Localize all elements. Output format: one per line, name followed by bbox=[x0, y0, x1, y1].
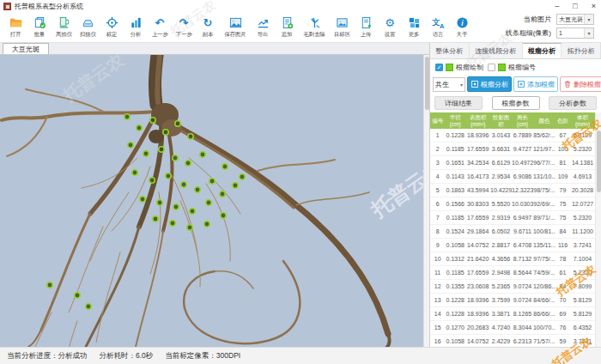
line-width-select[interactable]: 1 ▾ bbox=[556, 27, 594, 39]
toolbar-button-undo[interactable]: ↶上一步 bbox=[148, 15, 172, 39]
table-row[interactable]: 90.105814.07522.88176.4708135/11...1163.… bbox=[430, 239, 601, 252]
delete-nodule-button[interactable]: 删除根瘤 bbox=[560, 76, 601, 92]
table-scrollbar[interactable] bbox=[595, 112, 601, 347]
nodule-marker[interactable] bbox=[153, 216, 158, 221]
nodule-marker[interactable] bbox=[206, 200, 211, 205]
image-scrollbar[interactable] bbox=[423, 55, 429, 347]
toolbar-button-language[interactable]: 文A语言 bbox=[426, 15, 450, 39]
tab-根瘤分析[interactable]: 根瘤分析 bbox=[523, 43, 562, 58]
nodule-marker[interactable] bbox=[132, 170, 137, 175]
checkbox-unchecked-icon[interactable] bbox=[488, 64, 495, 71]
tab-拓扑分析[interactable]: 拓扑分析 bbox=[562, 43, 601, 58]
toolbar-button-doc-camera[interactable]: 高拍仪 bbox=[52, 15, 76, 39]
nodule-marker[interactable] bbox=[222, 164, 228, 169]
nodule-marker[interactable] bbox=[86, 304, 91, 309]
nodule-marker[interactable] bbox=[209, 179, 215, 184]
current-image-select[interactable]: 大豆光斑 ▾ bbox=[556, 14, 594, 25]
maximize-button[interactable]: □ bbox=[573, 2, 577, 10]
table-cell: 0.1185 bbox=[445, 270, 465, 276]
nodule-marker[interactable] bbox=[128, 143, 133, 148]
nodule-marker[interactable] bbox=[159, 147, 164, 152]
checkbox-根瘤编号[interactable]: 根瘤编号 bbox=[488, 63, 536, 72]
table-row[interactable]: 130.122818.93963.75999.072484/66/...705.… bbox=[430, 294, 601, 307]
table-row[interactable]: 40.114316.41732.95346.9086131/10...1094.… bbox=[430, 170, 601, 184]
close-button[interactable]: × bbox=[592, 2, 596, 10]
nodule-marker[interactable] bbox=[200, 152, 205, 157]
table-row[interactable]: 140.122818.93963.38718.126586/66/...695.… bbox=[430, 307, 601, 321]
button-根瘤参数[interactable]: 根瘤参数 bbox=[492, 96, 540, 110]
table-row[interactable]: 30.165134.25346.612910.497296/77/...8114… bbox=[430, 156, 601, 170]
nodule-marker[interactable] bbox=[149, 178, 155, 183]
toolbar-button-export[interactable]: 导出 bbox=[251, 15, 275, 39]
table-row[interactable]: 160.105814.07522.42296.231371/57/...593.… bbox=[430, 335, 601, 347]
nodule-marker[interactable] bbox=[175, 121, 180, 126]
button-详细结果[interactable]: 详细结果 bbox=[434, 96, 483, 110]
nodule-marker[interactable] bbox=[150, 118, 155, 123]
nodule-marker[interactable] bbox=[188, 134, 193, 139]
tab-连接线段分析[interactable]: 连接线段分析 bbox=[470, 43, 523, 58]
nodule-marker[interactable] bbox=[190, 209, 195, 214]
nodule-marker[interactable] bbox=[47, 282, 52, 288]
nodule-marker[interactable] bbox=[240, 174, 245, 179]
nodule-marker[interactable] bbox=[157, 200, 162, 205]
toolbar-button-save-image[interactable]: 保存图片 bbox=[220, 15, 251, 39]
toolbar-button-about[interactable]: i关于 bbox=[450, 15, 474, 39]
nodule-type-select[interactable]: 共生 ▾ bbox=[433, 77, 465, 92]
toolbar-button-more[interactable]: 更多 bbox=[402, 15, 426, 39]
toolbar-button-analyze[interactable]: 分析 bbox=[124, 15, 148, 39]
nodule-analyze-button[interactable]: 根瘤分析 bbox=[467, 76, 512, 92]
nodule-marker[interactable] bbox=[143, 151, 149, 156]
toolbar-button-scanner[interactable]: 扫描仪 bbox=[76, 15, 100, 39]
toolbar-button-redo[interactable]: ↷下一步 bbox=[172, 15, 196, 39]
toolbar-button-deburr[interactable]: 毛刺去除 bbox=[299, 15, 330, 39]
nodule-marker[interactable] bbox=[195, 187, 200, 192]
table-cell: 67 bbox=[555, 132, 570, 138]
minimize-button[interactable]: – bbox=[555, 2, 559, 10]
table-row[interactable]: 50.186343.599410.422912.322398/75/...792… bbox=[430, 184, 601, 197]
nodule-marker[interactable] bbox=[233, 183, 238, 188]
toolbar-button-upload[interactable]: 上传 bbox=[354, 15, 378, 39]
table-row[interactable]: 70.118517.65592.93196.949789/71/...755.2… bbox=[430, 211, 601, 225]
nodule-marker[interactable] bbox=[140, 197, 145, 202]
table-row[interactable]: 100.131221.64204.36568.713297/75/...787.… bbox=[430, 252, 601, 266]
add-nodule-button[interactable]: 添加根瘤 bbox=[513, 76, 558, 92]
nodule-marker[interactable] bbox=[75, 293, 80, 298]
nodule-marker[interactable] bbox=[124, 114, 130, 119]
table-row[interactable]: 60.156630.83035.552010.030392/69/...7512… bbox=[430, 197, 601, 211]
tab-整体分析[interactable]: 整体分析 bbox=[430, 43, 470, 58]
button-分析参数[interactable]: 分析参数 bbox=[549, 96, 597, 110]
nodule-marker[interactable] bbox=[181, 182, 186, 187]
toolbar-button-settings[interactable]: ⚙设置 bbox=[378, 15, 402, 39]
root-image-canvas[interactable]: 托普云农 托普云农 bbox=[0, 55, 429, 347]
table-cell: 6.9086 bbox=[512, 173, 533, 179]
nodule-marker[interactable] bbox=[173, 155, 178, 161]
toolbar-button-copy[interactable]: ↻副本 bbox=[196, 15, 220, 39]
table-row[interactable]: 80.152429.18646.05029.6711100/81...8411.… bbox=[430, 225, 601, 239]
toolbar-button-target-area[interactable]: 目标区 bbox=[330, 15, 354, 39]
nodule-marker[interactable] bbox=[170, 221, 175, 226]
table-row[interactable]: 150.127020.26834.72408.3044100/70...766.… bbox=[430, 321, 601, 335]
nodule-marker[interactable] bbox=[204, 221, 209, 227]
toolbar-button-append[interactable]: 追加 bbox=[275, 15, 299, 39]
toolbar-button-batch[interactable]: 批量 bbox=[27, 15, 52, 39]
nodule-marker[interactable] bbox=[185, 161, 191, 166]
checkbox-checked-icon[interactable]: ✓ bbox=[435, 64, 443, 71]
table-row[interactable]: 110.118517.65592.94988.564474/59/...615.… bbox=[430, 266, 601, 280]
nodule-marker[interactable] bbox=[137, 125, 142, 130]
table-row[interactable]: 120.135523.06085.23659.0724120/86...947.… bbox=[430, 280, 601, 294]
nodule-marker[interactable] bbox=[166, 173, 171, 179]
checkbox-根瘤绘制[interactable]: ✓根瘤绘制 bbox=[435, 63, 483, 72]
table-row[interactable]: 10.122818.93963.01436.788985/62/...675.8… bbox=[430, 129, 601, 143]
nodule-marker[interactable] bbox=[220, 191, 225, 197]
image-tab[interactable]: 大豆光斑 bbox=[3, 43, 49, 54]
nodule-marker[interactable] bbox=[221, 213, 226, 218]
nodule-marker[interactable] bbox=[173, 204, 179, 209]
nodule-marker[interactable] bbox=[163, 130, 168, 135]
nodule-marker[interactable] bbox=[187, 225, 192, 230]
table-row[interactable]: 20.118517.65593.66319.4727121/97...1005.… bbox=[430, 143, 601, 156]
toolbar-button-calibrate[interactable]: 标定 bbox=[100, 15, 124, 39]
image-scrollbar-thumb[interactable] bbox=[425, 57, 429, 110]
column-header: 表面积(mm²) bbox=[465, 112, 490, 129]
table-scrollbar-thumb[interactable] bbox=[597, 130, 601, 192]
toolbar-button-folder-open[interactable]: 打开 bbox=[3, 15, 27, 39]
